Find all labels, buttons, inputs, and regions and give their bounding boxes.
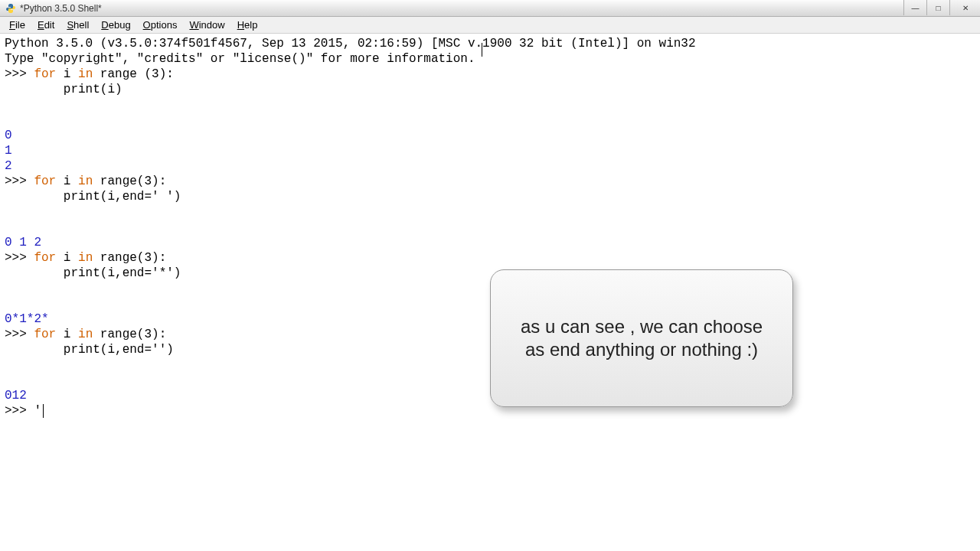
code-text: range(3):: [93, 251, 166, 265]
annotation-callout: as u can see , we can choose as end anyt…: [490, 269, 793, 407]
text-caret-icon: [482, 43, 482, 57]
prompt: >>>: [5, 328, 34, 341]
prompt: >>>: [5, 67, 34, 81]
window-title: *Python 3.5.0 Shell*: [20, 3, 102, 14]
close-button[interactable]: ✕: [949, 0, 980, 15]
keyword-in: in: [78, 328, 93, 341]
titlebar: *Python 3.5.0 Shell* — □ ✕: [0, 0, 980, 17]
input-cursor-icon: [43, 404, 44, 418]
prompt: >>>: [5, 174, 34, 188]
banner-line-2: Type "copyright", "credits" or "license(…: [5, 52, 475, 66]
keyword-for: for: [34, 251, 56, 265]
annotation-text: as u can see , we can choose as end anyt…: [509, 315, 774, 361]
python-icon: [5, 2, 17, 15]
code-body: print(i,end=' '): [5, 190, 181, 204]
menu-file[interactable]: File: [3, 18, 31, 32]
code-body: print(i,end='*'): [5, 266, 181, 280]
output-line: 0 1 2: [5, 236, 49, 249]
menu-debug[interactable]: Debug: [95, 18, 136, 32]
minimize-button[interactable]: —: [903, 0, 926, 15]
keyword-for: for: [34, 328, 56, 341]
code-text: i: [56, 67, 78, 81]
code-text: range (3):: [93, 67, 174, 81]
menu-window[interactable]: Window: [183, 18, 230, 32]
keyword-for: for: [34, 174, 56, 188]
output-line: 012: [5, 389, 27, 403]
prompt: >>>: [5, 251, 34, 265]
code-text: i: [56, 328, 78, 341]
keyword-in: in: [78, 67, 93, 81]
keyword-in: in: [78, 174, 93, 188]
shell-content[interactable]: Python 3.5.0 (v3.5.0:374f501f4567, Sep 1…: [0, 34, 980, 551]
menubar: File Edit Shell Debug Options Window Hel…: [0, 17, 980, 34]
app-window: *Python 3.5.0 Shell* — □ ✕ File Edit She…: [0, 0, 980, 551]
output-line: 0*1*2*: [5, 312, 49, 326]
window-controls: — □ ✕: [903, 0, 980, 16]
current-input: ': [34, 404, 41, 418]
output-line: 1: [5, 144, 12, 158]
code-body: print(i): [5, 83, 122, 96]
menu-help[interactable]: Help: [231, 18, 264, 32]
code-text: range(3):: [93, 174, 166, 188]
menu-shell[interactable]: Shell: [60, 18, 95, 32]
menu-options[interactable]: Options: [137, 18, 184, 32]
output-line: 0: [5, 129, 12, 142]
keyword-in: in: [78, 251, 93, 265]
code-text: range(3):: [93, 328, 166, 341]
code-text: i: [56, 251, 78, 265]
code-body: print(i,end=''): [5, 343, 174, 357]
maximize-button[interactable]: □: [926, 0, 949, 15]
output-line: 2: [5, 159, 12, 173]
prompt: >>>: [5, 404, 34, 418]
code-text: i: [56, 174, 78, 188]
menu-edit[interactable]: Edit: [31, 18, 60, 32]
keyword-for: for: [34, 67, 56, 81]
banner-line-1: Python 3.5.0 (v3.5.0:374f501f4567, Sep 1…: [5, 37, 696, 51]
